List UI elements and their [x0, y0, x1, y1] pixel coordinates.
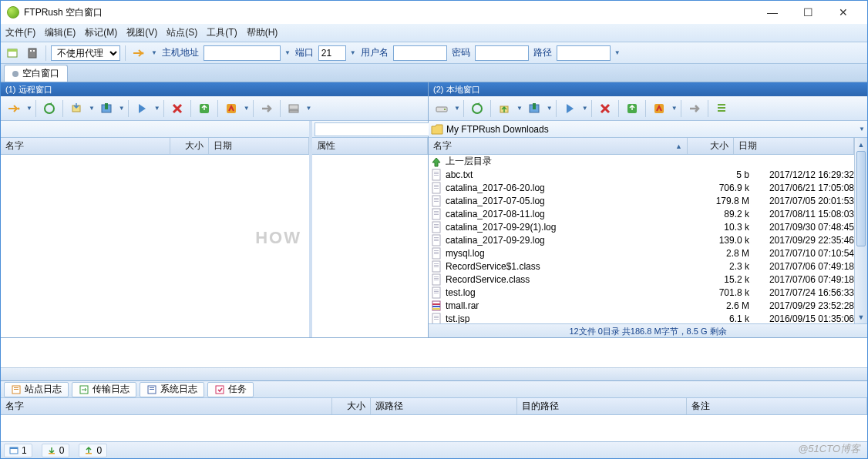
list-item[interactable]: tst.jsp6.1 k2016/09/15 01:35:06 [429, 312, 854, 323]
transfer-right-icon[interactable] [257, 99, 277, 119]
pass-input[interactable] [475, 45, 529, 61]
queue-list[interactable] [1, 415, 867, 441]
file-icon [430, 169, 442, 181]
refresh-green-icon[interactable] [622, 99, 642, 119]
menu-edit[interactable]: 编辑(E) [45, 26, 76, 39]
list-item[interactable]: catalina_2017-07-05.log179.8 M2017/07/05… [429, 194, 854, 207]
delete-icon[interactable] [167, 99, 187, 119]
col-date-local[interactable]: 日期 [734, 138, 854, 154]
new-tab-icon[interactable] [4, 45, 21, 62]
status-uploads[interactable]: 0 [79, 444, 107, 457]
log-text-area[interactable] [1, 338, 867, 367]
menu-view[interactable]: 视图(V) [126, 26, 157, 39]
upload-icon[interactable] [494, 99, 514, 119]
list-item[interactable]: catalina_2017-09-29(1).log10.3 k2017/09/… [429, 220, 854, 233]
logtab-system[interactable]: 系统日志 [140, 382, 204, 397]
log-scrollbar[interactable] [1, 367, 867, 380]
qcol-note[interactable]: 备注 [687, 398, 867, 414]
menu-help[interactable]: 帮助(H) [247, 26, 278, 39]
remote-filelist[interactable]: HOW [1, 155, 309, 337]
svg-rect-85 [86, 453, 92, 454]
host-input[interactable] [204, 45, 281, 61]
list-item[interactable]: mysql.log2.8 M2017/07/10 07:10:54 [429, 246, 854, 260]
connect-arrow-icon[interactable] [4, 99, 24, 119]
svg-rect-49 [434, 240, 439, 241]
col-name[interactable]: 名字 [1, 138, 170, 154]
transfer-left-icon[interactable] [685, 99, 705, 119]
scroll-up-button[interactable]: ▲ [855, 138, 867, 151]
menu-file[interactable]: 文件(F) [5, 26, 35, 39]
list-item[interactable]: test.log701.8 k2017/07/24 16:56:33 [429, 286, 854, 299]
qcol-src[interactable]: 源路径 [371, 398, 517, 414]
col-name-local[interactable]: 名字▲ [429, 138, 688, 154]
play-icon[interactable] [132, 99, 152, 119]
logtab-transfer[interactable]: 传输日志 [72, 382, 136, 397]
port-dropdown[interactable]: ▼ [350, 49, 356, 56]
qcol-dst[interactable]: 目的路径 [517, 398, 687, 414]
play-local-icon[interactable] [560, 99, 580, 119]
remote-side-path-input[interactable] [315, 122, 436, 136]
list-item[interactable]: catalina_2017-08-11.log89.2 k2017/08/11 … [429, 207, 854, 220]
list-item[interactable]: catalina_2017-09-29.log139.0 k2017/09/29… [429, 233, 854, 246]
list-item[interactable]: tmall.rar2.6 M2017/09/29 23:52:28 [429, 299, 854, 312]
list-item[interactable]: catalina_2017-06-20.log706.9 k2017/06/21… [429, 181, 854, 194]
menu-mark[interactable]: 标记(M) [85, 26, 117, 39]
svg-point-5 [142, 52, 144, 54]
drive-icon[interactable] [432, 99, 452, 119]
refresh-icon[interactable] [194, 99, 214, 119]
delete-local-icon[interactable] [595, 99, 615, 119]
menu-tools[interactable]: 工具(T) [207, 26, 237, 39]
download-icon[interactable] [66, 99, 86, 119]
list-item[interactable]: abc.txt5 b2017/12/12 16:29:32 [429, 168, 854, 181]
remote-attr-list[interactable] [312, 155, 428, 337]
abort-local-icon[interactable] [649, 99, 669, 119]
menu-sites[interactable]: 站点(S) [167, 26, 197, 39]
user-input[interactable] [393, 45, 447, 61]
file-icon [430, 260, 442, 273]
close-button[interactable]: ✕ [826, 2, 861, 23]
sites-icon[interactable] [24, 45, 41, 62]
col-attr[interactable]: 属性 [312, 138, 428, 154]
minimize-button[interactable]: — [755, 2, 790, 23]
tab-label: 空白窗口 [22, 67, 59, 80]
qcol-size[interactable]: 大小 [332, 398, 371, 414]
scroll-thumb[interactable] [856, 151, 866, 246]
connect-dropdown[interactable]: ▼ [151, 49, 157, 56]
scroll-down-button[interactable]: ▼ [855, 310, 867, 323]
local-path-dropdown[interactable]: ▼ [859, 126, 865, 132]
refresh-local-icon[interactable] [467, 99, 487, 119]
bookmark-local-icon[interactable] [524, 99, 544, 119]
proxy-select[interactable]: 不使用代理 [51, 45, 120, 61]
path-input[interactable] [557, 45, 611, 61]
local-scrollbar[interactable]: ▲ ▼ [854, 138, 867, 323]
qcol-name[interactable]: 名字 [1, 398, 332, 414]
bookmark-icon[interactable] [96, 99, 116, 119]
svg-rect-14 [289, 110, 298, 112]
up-directory[interactable]: 上一层目录 [429, 155, 854, 168]
logtab-site[interactable]: 站点日志 [4, 382, 69, 397]
path-dropdown[interactable]: ▼ [614, 49, 621, 56]
status-downloads[interactable]: 0 [42, 444, 70, 457]
host-dropdown[interactable]: ▼ [284, 49, 291, 56]
server-icon[interactable] [284, 99, 304, 119]
queue-header: 名字 大小 源路径 目的路径 备注 [1, 398, 867, 415]
list-item[interactable]: RecordService$1.class2.3 k2017/07/06 07:… [429, 260, 854, 273]
col-date[interactable]: 日期 [209, 138, 309, 154]
status-windows[interactable]: 1 [4, 444, 32, 457]
list-item[interactable]: RecordService.class15.2 k2017/07/06 07:4… [429, 273, 854, 286]
connect-icon[interactable] [130, 45, 147, 62]
reconnect-icon[interactable] [39, 99, 59, 119]
local-filelist[interactable]: 上一层目录 abc.txt5 b2017/12/12 16:29:32catal… [429, 155, 854, 323]
col-size[interactable]: 大小 [170, 138, 209, 154]
local-path-text[interactable]: My FTPRush Downloads [446, 124, 855, 135]
tab-blank[interactable]: 空白窗口 [4, 65, 68, 82]
col-size-local[interactable]: 大小 [688, 138, 734, 154]
maximize-button[interactable]: ☐ [790, 2, 826, 23]
abort-icon[interactable] [221, 99, 241, 119]
logtab-tasks[interactable]: 任务 [207, 382, 254, 397]
list-icon[interactable] [712, 99, 732, 119]
port-input[interactable] [318, 45, 346, 61]
svg-rect-83 [10, 447, 18, 449]
svg-rect-60 [434, 278, 439, 279]
svg-rect-25 [718, 110, 725, 112]
